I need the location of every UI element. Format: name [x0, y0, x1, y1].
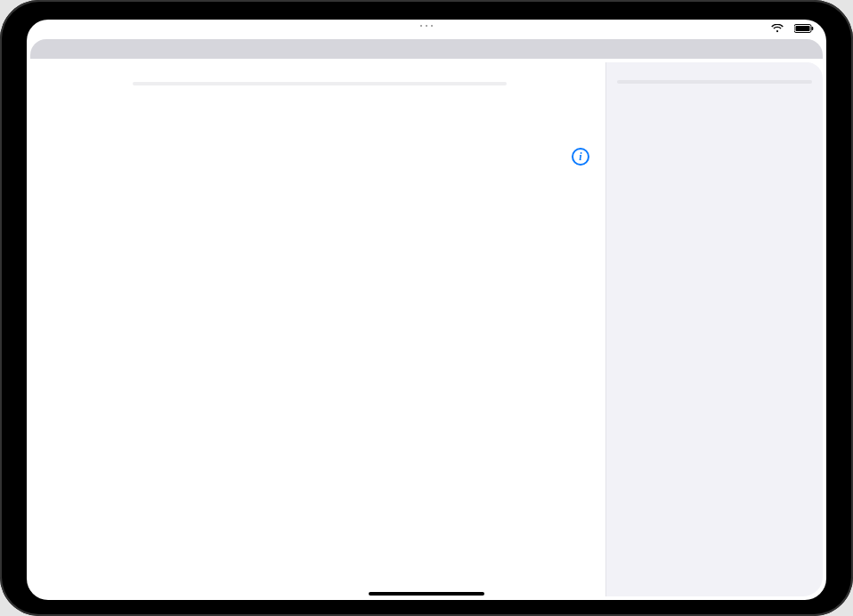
page-title [50, 68, 589, 80]
period-segmented-control[interactable] [133, 82, 507, 85]
svg-rect-2 [812, 27, 814, 30]
side-panel [605, 62, 823, 596]
ipad-frame: i [0, 0, 853, 616]
home-indicator[interactable] [369, 592, 484, 596]
main-panel: i [30, 62, 605, 596]
status-bar [27, 20, 826, 36]
multitask-dots-icon[interactable] [420, 25, 433, 27]
screen: i [27, 20, 826, 600]
sleep-stage-chart[interactable] [50, 100, 589, 589]
sleep-detail-card: i [30, 62, 823, 596]
svg-rect-1 [796, 26, 810, 31]
side-segmented-control[interactable] [617, 80, 812, 84]
battery-icon [794, 24, 814, 33]
wifi-icon [771, 24, 784, 33]
sheet-backdrop [30, 39, 823, 59]
summary-block [50, 93, 589, 94]
done-button[interactable] [617, 69, 812, 80]
